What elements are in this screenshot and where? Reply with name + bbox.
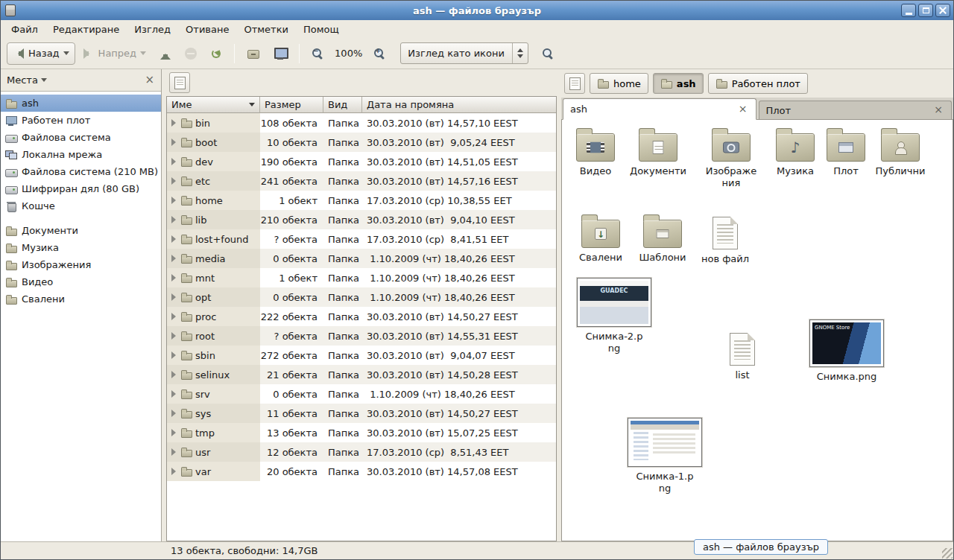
tab-desktop[interactable]: Плот xyxy=(759,101,953,119)
expander-icon[interactable] xyxy=(170,255,177,262)
icon-view[interactable]: ВидеоДокументиИзображенияМузикаПлотПубли… xyxy=(561,120,953,541)
expander-icon[interactable] xyxy=(170,468,177,475)
tab-close-icon[interactable] xyxy=(737,104,749,115)
sidebar-item-filesystem[interactable]: Файлова система xyxy=(1,129,161,146)
table-row[interactable]: proc222 обектаПапка30.03.2010 (вт) 14,50… xyxy=(167,307,556,326)
menu-go[interactable]: Отиване xyxy=(178,20,236,38)
menu-view[interactable]: Изглед xyxy=(127,20,178,38)
expander-icon[interactable] xyxy=(170,371,177,378)
up-button[interactable] xyxy=(154,42,177,65)
table-row[interactable]: boot10 обектаПапка30.03.2010 (вт) 9,05,2… xyxy=(167,133,556,152)
icon-item-pictures[interactable]: Изображения xyxy=(698,127,765,189)
home-button[interactable] xyxy=(241,42,266,65)
menu-edit[interactable]: Редактиране xyxy=(45,20,127,38)
table-row[interactable]: srv0 обектаПапка 1.10.2009 (чт) 18,40,26… xyxy=(167,384,556,404)
icon-item-video[interactable]: Видео xyxy=(562,127,629,177)
expander-icon[interactable] xyxy=(170,313,177,320)
location-toggle-button[interactable] xyxy=(564,73,585,94)
table-row[interactable]: etc241 обектаПапка30.03.2010 (вт) 14,57,… xyxy=(167,171,556,191)
sidebar-item-encrypted-80gb[interactable]: Шифриран дял (80 GB) xyxy=(1,180,161,197)
table-row[interactable]: dev190 обектаПапка30.03.2010 (вт) 14,51,… xyxy=(167,152,556,171)
places-dropdown-icon[interactable] xyxy=(41,78,47,85)
table-row[interactable]: sbin272 обектаПапка30.03.2010 (вт) 9,04,… xyxy=(167,346,556,365)
forward-button[interactable]: Напред xyxy=(77,42,152,65)
expander-icon[interactable] xyxy=(170,139,177,146)
expander-icon[interactable] xyxy=(170,410,177,417)
column-name[interactable]: Име xyxy=(167,97,260,113)
table-row[interactable]: tmp13 обектаПапка30.03.2010 (вт) 15,07,2… xyxy=(167,423,556,442)
expander-icon[interactable] xyxy=(170,429,177,436)
back-button[interactable]: Назад xyxy=(7,42,75,65)
column-modified[interactable]: Дата на промяна xyxy=(362,97,556,113)
close-button[interactable] xyxy=(935,4,950,17)
path-button-ash[interactable]: ash xyxy=(653,73,704,94)
tab-close-icon[interactable] xyxy=(932,104,944,116)
titlebar[interactable]: ash — файлов браузър xyxy=(1,1,953,20)
sidebar-item-desktop[interactable]: Работен плот xyxy=(1,112,161,129)
expander-icon[interactable] xyxy=(170,119,177,127)
table-row[interactable]: usr12 обектаПапка17.03.2010 (ср) 8,51,43… xyxy=(167,442,556,462)
icon-item-snimka[interactable]: GNOME StoreСнимка.png xyxy=(806,319,888,383)
sidebar-item-documents[interactable]: Документи xyxy=(1,222,161,239)
back-history-dropdown-icon[interactable] xyxy=(63,51,69,58)
icon-item-downloads[interactable]: Свалени xyxy=(567,214,634,264)
sidebar-item-volume-210mb[interactable]: Файлова система (210 MB) xyxy=(1,163,161,180)
sidebar-item-pictures[interactable]: Изображения xyxy=(1,256,161,273)
icon-item-list[interactable]: list xyxy=(709,330,776,381)
expander-icon[interactable] xyxy=(170,293,177,301)
stop-button[interactable] xyxy=(179,42,203,65)
sidebar-close-icon[interactable] xyxy=(142,74,157,86)
table-row[interactable]: bin108 обектаПапка30.03.2010 (вт) 14,57,… xyxy=(167,113,556,133)
expander-icon[interactable] xyxy=(170,351,177,359)
table-row[interactable]: selinux21 обектаПапка30.03.2010 (вт) 14,… xyxy=(167,365,556,384)
view-mode-select[interactable]: Изглед като икони xyxy=(400,42,528,64)
expander-icon[interactable] xyxy=(170,274,177,281)
column-size[interactable]: Размер xyxy=(260,97,323,113)
location-toggle-button[interactable] xyxy=(169,72,190,93)
sidebar-item-music[interactable]: Музика xyxy=(1,239,161,256)
zoom-in-button[interactable]: + xyxy=(367,42,391,65)
minimize-button[interactable] xyxy=(901,4,916,17)
expander-icon[interactable] xyxy=(170,235,177,243)
table-row[interactable]: lost+found? обектаПапка17.03.2010 (ср) 8… xyxy=(167,229,556,249)
tab-ash[interactable]: ash xyxy=(563,98,756,120)
maximize-button[interactable] xyxy=(918,4,933,17)
sidebar-item-network[interactable]: Локална мрежа xyxy=(1,146,161,163)
icon-item-documents[interactable]: Документи xyxy=(625,127,692,177)
table-row[interactable]: opt0 обектаПапка 1.10.2009 (чт) 18,40,26… xyxy=(167,287,556,307)
expander-icon[interactable] xyxy=(170,177,177,185)
table-row[interactable]: root? обектаПапка30.03.2010 (вт) 14,55,3… xyxy=(167,326,556,346)
sidebar-item-trash[interactable]: Кошче xyxy=(1,197,161,214)
window-list-button[interactable]: ash — файлов браузър xyxy=(694,539,828,555)
table-row[interactable]: home1 обектПапка17.03.2010 (ср) 10,38,55… xyxy=(167,191,556,210)
sidebar-item-video[interactable]: Видео xyxy=(1,273,161,290)
table-row[interactable]: var20 обектаПапка30.03.2010 (вт) 14,57,0… xyxy=(167,462,556,481)
table-row[interactable]: lib210 обектаПапка30.03.2010 (вт) 9,04,1… xyxy=(167,210,556,229)
expander-icon[interactable] xyxy=(170,448,177,456)
table-row[interactable]: mnt1 обектПапка 1.10.2009 (чт) 18,40,26 … xyxy=(167,268,556,287)
menu-bookmarks[interactable]: Отметки xyxy=(236,20,295,38)
icon-item-snimka2[interactable]: GUADECСнимка-2.png xyxy=(573,278,655,354)
search-button[interactable] xyxy=(536,42,560,65)
resize-grip[interactable] xyxy=(942,548,953,559)
icon-item-new-file[interactable]: нов файл xyxy=(692,214,759,265)
expander-icon[interactable] xyxy=(170,332,177,340)
icon-item-public[interactable]: Публични xyxy=(867,127,934,177)
path-button-home[interactable]: home xyxy=(590,73,648,94)
icon-item-templates[interactable]: Шаблони xyxy=(629,214,696,264)
expander-icon[interactable] xyxy=(170,390,177,398)
sidebar-item-downloads[interactable]: Свалени xyxy=(1,290,161,308)
reload-button[interactable] xyxy=(204,42,228,65)
column-type[interactable]: Вид xyxy=(323,97,362,113)
menu-help[interactable]: Помощ xyxy=(296,20,347,38)
expander-icon[interactable] xyxy=(170,197,177,204)
places-title[interactable]: Места xyxy=(7,74,38,86)
icon-item-snimka1[interactable]: Снимка-1.png xyxy=(624,418,706,494)
expander-icon[interactable] xyxy=(170,158,177,165)
table-row[interactable]: media0 обектаПапка 1.10.2009 (чт) 18,40,… xyxy=(167,249,556,268)
menu-file[interactable]: Файл xyxy=(4,20,45,38)
computer-button[interactable] xyxy=(268,42,293,65)
zoom-out-button[interactable]: − xyxy=(306,42,329,65)
path-button-desktop[interactable]: Работен плот xyxy=(708,73,808,94)
expander-icon[interactable] xyxy=(170,216,177,223)
